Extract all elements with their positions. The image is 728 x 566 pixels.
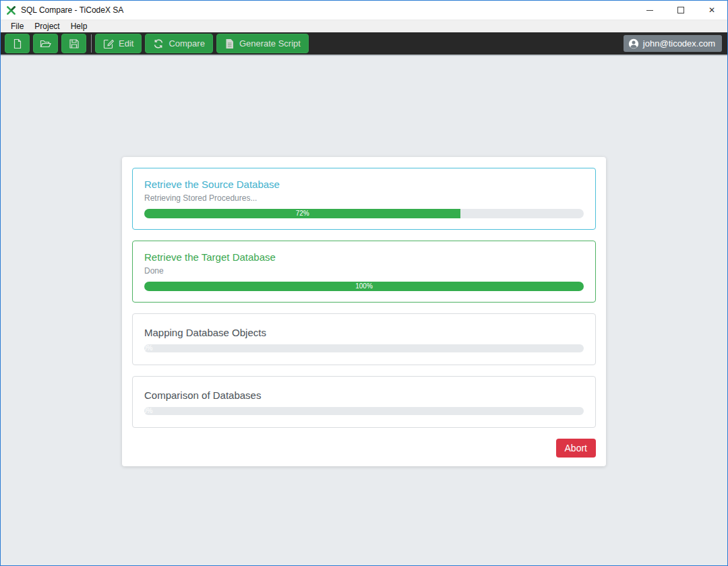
menu-file[interactable]: File: [5, 21, 29, 32]
close-button[interactable]: ✕: [696, 1, 727, 20]
progress-bar-track: 0%: [144, 344, 584, 352]
progress-bar-fill: 72%: [144, 209, 460, 218]
menu-help[interactable]: Help: [65, 21, 93, 32]
edit-button-label: Edit: [119, 38, 133, 49]
compare-button-label: Compare: [169, 38, 204, 49]
progress-label: 0%: [144, 408, 152, 414]
step-title: Retrieve the Source Database: [144, 179, 584, 190]
comparison-progress-panel: Retrieve the Source Database Retrieving …: [122, 157, 606, 466]
generate-script-button-label: Generate Script: [239, 38, 301, 49]
progress-bar-track: 0%: [144, 407, 584, 415]
edit-pencil-icon: [103, 38, 114, 49]
edit-button[interactable]: Edit: [95, 34, 142, 53]
user-email: john@ticodex.com: [643, 38, 715, 49]
step-retrieve-source-database: Retrieve the Source Database Retrieving …: [132, 168, 596, 230]
toolbar: Edit Compare Generate Script: [1, 32, 727, 55]
generate-script-button[interactable]: Generate Script: [216, 34, 309, 53]
progress-bar-fill: 100%: [144, 282, 584, 291]
save-project-button[interactable]: [61, 34, 86, 53]
app-window: SQL Compare - TiCodeX SA ✕ File Project …: [0, 0, 728, 566]
abort-button[interactable]: Abort: [556, 439, 596, 458]
toolbar-separator: [91, 34, 92, 53]
step-title: Comparison of Databases: [144, 389, 584, 401]
menu-project[interactable]: Project: [29, 21, 65, 32]
sync-arrows-icon: [153, 38, 164, 49]
main-content: Retrieve the Source Database Retrieving …: [1, 55, 727, 565]
step-title: Mapping Database Objects: [144, 327, 584, 338]
progress-label: 72%: [296, 210, 309, 217]
maximize-icon: [677, 7, 684, 13]
new-project-button[interactable]: [5, 34, 30, 53]
open-project-button[interactable]: [33, 34, 58, 53]
compare-button[interactable]: Compare: [145, 34, 212, 53]
menu-bar: File Project Help: [1, 20, 727, 32]
title-bar: SQL Compare - TiCodeX SA ✕: [1, 1, 727, 20]
progress-label: 100%: [355, 283, 373, 290]
user-account-badge[interactable]: john@ticodex.com: [624, 35, 722, 52]
person-circle-icon: [628, 38, 639, 49]
save-icon: [69, 38, 80, 49]
progress-bar-track: 72%: [144, 209, 584, 218]
step-comparison-of-databases: Comparison of Databases 0%: [132, 376, 596, 428]
step-retrieve-target-database: Retrieve the Target Database Done 100%: [132, 241, 596, 303]
step-status: Done: [144, 266, 584, 276]
panel-footer: Abort: [132, 439, 596, 458]
maximize-button[interactable]: [665, 1, 696, 20]
script-file-icon: [224, 38, 235, 49]
app-logo-icon: [6, 5, 16, 15]
progress-bar-track: 100%: [144, 282, 584, 291]
minimize-button[interactable]: [634, 1, 665, 20]
minimize-icon: [646, 10, 653, 11]
open-folder-icon: [40, 38, 51, 49]
new-file-icon: [12, 38, 23, 49]
close-icon: ✕: [708, 6, 715, 14]
step-status: Retrieving Stored Procedures...: [144, 193, 584, 203]
step-mapping-database-objects: Mapping Database Objects 0%: [132, 313, 596, 365]
step-title: Retrieve the Target Database: [144, 251, 584, 263]
window-controls: ✕: [634, 1, 727, 20]
progress-label: 0%: [144, 345, 152, 352]
window-title: SQL Compare - TiCodeX SA: [21, 5, 634, 15]
